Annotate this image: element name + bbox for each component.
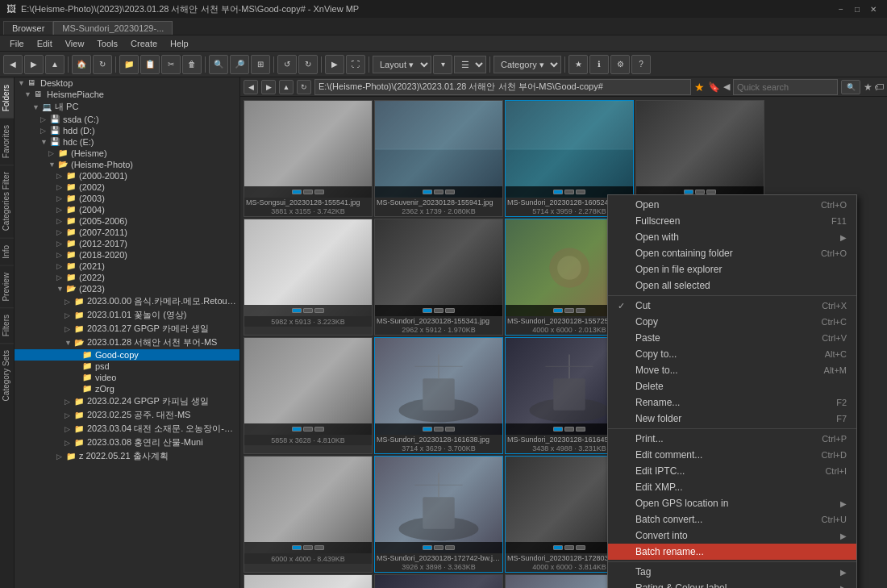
tb-move[interactable]: ✂ [161,55,181,74]
tree-item-hdc[interactable]: ▼ 💾 hdc (E:) [15,136,239,148]
search-button[interactable]: 🔍 [841,80,860,94]
ctx-item-print...[interactable]: Print...Ctrl+P [608,431,856,447]
menu-file[interactable]: File [3,37,31,50]
tb-help[interactable]: ? [631,55,651,74]
left-tab-favorites[interactable]: Favorites [0,118,14,165]
tree-item-2023-gpgp2[interactable]: ▷ 📁 2023.02.24 GPGP 카피님 생일 [15,394,239,408]
ctx-item-rating-&-colour-label[interactable]: Rating & Colour label▶ [608,580,856,588]
tree-item-heisme-photo[interactable]: ▼ 📂 (Heisme-Photo) [15,159,239,170]
star-filter[interactable]: ★ [864,81,872,93]
ctx-item-new-folder[interactable]: New folderF7 [608,411,856,427]
left-tab-categories-filter[interactable]: Categories Filter [0,165,14,237]
minimize-button[interactable]: − [834,2,848,15]
menu-create[interactable]: Create [124,37,164,50]
nav-back[interactable]: ◀ [244,80,258,94]
thumbnail-4[interactable]: 5982 x 5913 · 3.223KB [244,219,373,336]
nav-forward[interactable]: ▶ [261,80,276,94]
menu-view[interactable]: View [59,37,91,50]
tree-item-2023-seocheon[interactable]: ▼ 📂 2023.01.28 서해안 서천 부어-MS [15,336,239,349]
tree-item-ssda[interactable]: ▷ 💾 ssda (C:) [15,114,239,125]
tb-copy[interactable]: 📋 [140,55,160,74]
layout-combo[interactable]: Layout ▾ [373,56,431,73]
maximize-button[interactable]: □ [850,2,864,15]
tb-star[interactable]: ★ [568,55,588,74]
tag-filter[interactable]: 🏷 [874,81,884,93]
ctx-item-paste[interactable]: PasteCtrl+V [608,330,856,346]
thumbnail-8[interactable]: 5858 x 3628 · 4.810KB [244,337,373,454]
browser-tab[interactable]: Browser [3,21,53,35]
tree-item-2023-daejeon[interactable]: ▷ 📁 2023.03.04 대전 소재문. 오농장이-MS [15,422,239,436]
tree-item-heismepiche[interactable]: ▼ 🖥 HeismePiache [15,89,239,100]
tree-item-mypc[interactable]: ▼ 💻 내 PC [15,100,239,114]
thumbnail-0[interactable]: MS-Songsui_20230128-155541.jpg3881 x 315… [244,100,373,217]
tree-item-2023-food[interactable]: ▷ 📁 2023.00.00 음식.카메라.메모.Retouched [15,294,239,308]
tree-item-plan[interactable]: ▷ 📁 z 2022.05.21 출사계획 [15,449,239,463]
tree-item-zorg[interactable]: 📁 zOrg [15,383,239,394]
ctx-item-copy[interactable]: CopyCtrl+C [608,314,856,330]
ctx-item-fullscreen[interactable]: FullscreenF11 [608,213,856,229]
tree-item-2007-2011[interactable]: ▷ 📁 (2007-2011) [15,227,239,238]
menu-help[interactable]: Help [164,37,195,50]
ctx-item-open-in-file-explorer[interactable]: Open in file explorer [608,261,856,277]
left-tab-category-sets[interactable]: Category Sets [0,343,14,407]
ctx-item-batch-convert...[interactable]: Batch convert...Ctrl+U [608,511,856,528]
ctx-item-move-to...[interactable]: Move to...Alt+M [608,362,856,378]
tree-item-2023-hong[interactable]: ▷ 📁 2023.03.08 홍연리 산물-Muni [15,436,239,449]
tb-refresh[interactable]: ↻ [93,55,112,74]
tb-rotate-right[interactable]: ↻ [298,55,318,74]
tree-item-2022[interactable]: ▷ 📁 (2022) [15,272,239,283]
ctx-item-open-gps-location-in[interactable]: Open GPS location in▶ [608,495,856,511]
ctx-item-open-all-selected[interactable]: Open all selected [608,277,856,294]
tb-up[interactable]: ▲ [45,55,65,74]
tree-item-2023[interactable]: ▼ 📂 (2023) [15,283,239,294]
tree-item-2021[interactable]: ▷ 📁 (2021) [15,261,239,272]
tb-zoom-out[interactable]: 🔎 [230,55,249,74]
tb-delete[interactable]: 🗑 [182,55,202,74]
tb-zoom-in[interactable]: 🔍 [209,55,228,74]
tree-item-video[interactable]: 📁 video [15,372,239,383]
tb-back[interactable]: ◀ [3,55,23,74]
tree-item-2023-gpgp[interactable]: ▷ 📁 2023.01.27 GPGP 카메라 생일 [15,322,239,336]
thumbnail-17[interactable]: MS-Sundori_20230128-173556-c3-bw.jpg4000… [374,574,503,588]
tree-item-desktop[interactable]: ▼ 🖥 Desktop [15,77,239,89]
tb-settings[interactable]: ⚙ [610,55,630,74]
tree-item-2003[interactable]: ▷ 📁 (2003) [15,193,239,204]
tb-home[interactable]: 🏠 [72,55,91,74]
thumbnail-9[interactable]: MS-Sundori_20230128-161638.jpg3714 x 362… [374,337,503,454]
ctx-item-convert-into[interactable]: Convert into▶ [608,528,856,544]
left-tab-preview[interactable]: Preview [0,265,14,308]
search-input[interactable] [733,79,838,95]
tree-item-2023-gongju[interactable]: ▷ 📁 2023.02.25 공주. 대전-MS [15,408,239,422]
ctx-item-rename...[interactable]: Rename...F2 [608,394,856,411]
ctx-item-open-containing-folder[interactable]: Open containing folderCtrl+O [608,245,856,261]
category-combo[interactable]: Category ▾ [493,56,561,73]
tree-item-heisme[interactable]: ▷ 📁 (Heisme) [15,148,239,159]
ctx-item-delete[interactable]: Delete [608,378,856,394]
thumbnail-1[interactable]: MS-Souvenir_20230128-155941.jpg2362 x 17… [374,100,503,217]
tree-item-2005-2006[interactable]: ▷ 📁 (2005-2006) [15,215,239,227]
thumbnail-13[interactable]: MS-Sundori_20230128-172742-bw.jpg3926 x … [374,456,503,573]
view-combo[interactable]: ☰▾ [454,56,486,73]
menu-edit[interactable]: Edit [31,37,59,50]
tree-item-2012-2017[interactable]: ▷ 📁 (2012-2017) [15,238,239,249]
tb-rotate-left[interactable]: ↺ [277,55,297,74]
tree-item-2002[interactable]: ▷ 📁 (2002) [15,181,239,193]
left-tab-info[interactable]: Info [0,238,14,265]
nav-up[interactable]: ▲ [279,80,294,94]
thumbnail-5[interactable]: MS-Sundori_20230128-155341.jpg2962 x 591… [374,219,503,336]
ctx-item-cut[interactable]: ✓CutCtrl+X [608,298,856,314]
tree-item-2004[interactable]: ▷ 📁 (2004) [15,204,239,215]
tree-item-2023-flower[interactable]: ▷ 📁 2023.01.01 꽃놀이 (영상) [15,308,239,322]
tb-slideshow[interactable]: ▶ [325,55,344,74]
menu-tools[interactable]: Tools [90,37,124,50]
left-tab-filters[interactable]: Filters [0,307,14,343]
ctx-item-batch-rename...[interactable]: Batch rename... [608,544,856,560]
path-input[interactable] [314,79,691,95]
tree-item-2000-2001[interactable]: ▷ 📁 (2000-2001) [15,170,239,181]
file-tab[interactable]: MS-Sundori_20230129-... [53,21,173,35]
ctx-item-edit-comment...[interactable]: Edit comment...Ctrl+D [608,447,856,463]
tb-fit[interactable]: ⊞ [251,55,270,74]
tb-info[interactable]: ℹ [589,55,609,74]
close-button[interactable]: ✕ [866,2,881,15]
ctx-item-tag[interactable]: Tag▶ [608,564,856,580]
